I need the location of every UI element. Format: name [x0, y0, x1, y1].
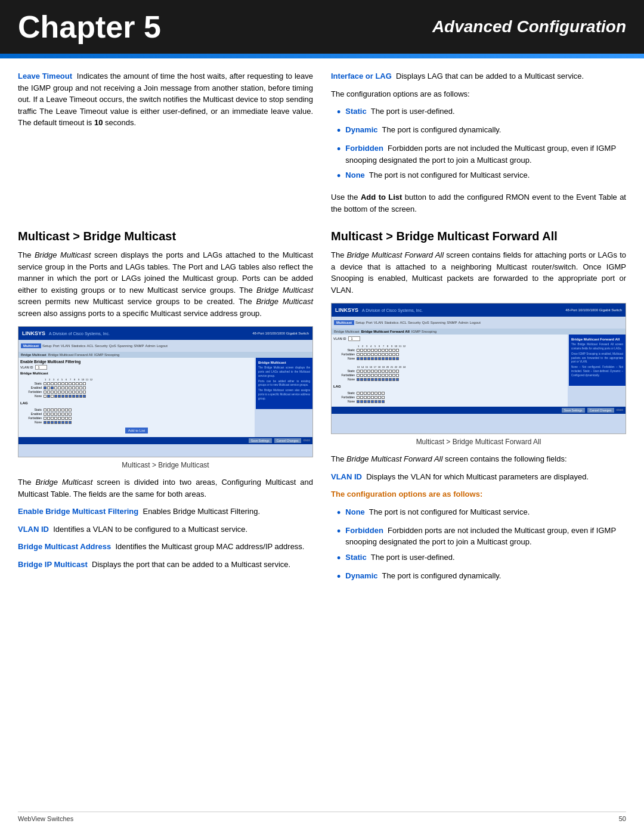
leave-timeout-para: Leave Timeout Indicates the amount of ti…	[18, 70, 313, 129]
igmp-tab: IGMP Snooping	[94, 353, 119, 357]
bullet-icon: •	[337, 104, 340, 120]
lag-forbidden-cbs	[44, 417, 72, 420]
ss2-port-numbers: 1 2 3 4 5 6 7 8 9 10	[335, 345, 564, 348]
bullet-icon2: •	[337, 505, 340, 521]
nav-span: Spanning	[117, 344, 132, 348]
bullet-icon: •	[337, 141, 340, 157]
port-grid: 1 2 3 4 5 6 7 8 9 10	[20, 376, 253, 400]
cisco-logo2: cisco	[617, 408, 623, 413]
ss1-bottom-bar: Save Settings Cancel Changes cisco	[18, 437, 312, 444]
ss2-side-content: Bridge Multicast Forward All The Bridge …	[569, 335, 626, 386]
ss1-header: LINKSYS A Division of Cisco Systems, Inc…	[18, 327, 312, 340]
nav2-qos: QoS	[422, 321, 429, 324]
bridge-multicast-tab: Bridge Multicast	[21, 353, 47, 357]
s2-dynamic-label: Dynamic	[345, 571, 377, 580]
ss2-port-grid-2: 13 14 15 16 17 18 19 20 21	[333, 364, 566, 383]
lag-none-row: None	[22, 420, 251, 424]
nav-setup: Setup	[42, 344, 52, 348]
nav2-port: Port	[366, 321, 373, 324]
config-options-list: • Static The port is user-defined. • Dyn…	[337, 106, 626, 184]
config-options-label: The configuration options are as follows…	[331, 488, 626, 500]
cancel-changes-btn[interactable]: Cancel Changes	[274, 438, 301, 443]
nav2-vlan: VLAN	[374, 321, 383, 324]
s2-dynamic: • Dynamic The port is configured dynamic…	[337, 570, 626, 585]
lag-header: LAG	[20, 401, 253, 405]
bullet-icon4: •	[337, 550, 340, 566]
s2-none-label: None	[345, 507, 365, 516]
interface-lag-label: Interface or LAG	[331, 72, 392, 80]
bridge-multicast-address-label: Bridge Multicast Address	[18, 542, 111, 551]
section2-title: Multicast > Bridge Multicast Forward All	[331, 230, 626, 243]
enable-bridge-field: Enable Bridge Multicast Filtering Enable…	[18, 506, 313, 518]
ss2-none-row: None	[335, 357, 564, 360]
nav2-sec: Security	[408, 321, 421, 324]
ss2-vlan-label: VLAN ID	[333, 337, 346, 340]
lag-forbidden-row: Forbidden	[22, 416, 251, 420]
fwd-side-text2: Once IGMP Snooping is enabled, Multicast…	[571, 352, 623, 364]
side-panel-content: Bridge Multicast The Bridge Multicast sc…	[256, 358, 312, 409]
leave-timeout-label: Leave Timeout	[18, 72, 72, 80]
bridge-multicast-address-field: Bridge Multicast Address Identifies the …	[18, 541, 313, 553]
nav-acl: ACL	[86, 344, 94, 348]
s2-static-label: Static	[345, 553, 366, 562]
none-checkboxes	[44, 395, 86, 398]
section2-para1: The Bridge Multicast Forward All screen …	[331, 249, 626, 296]
bullet-icon: •	[337, 123, 340, 139]
section1-title: Multicast > Bridge Multicast	[18, 230, 313, 243]
forbidden-checkboxes	[44, 391, 86, 394]
port-table-header: Bridge Multicast	[20, 371, 253, 375]
nav-qos: QoS	[109, 344, 116, 348]
device-label2: A Division of Cisco Systems, Inc.	[362, 308, 423, 312]
nav-port: Port	[53, 344, 60, 348]
ss2-lag-grid: Static	[333, 389, 566, 405]
save-settings-btn2[interactable]: Save Settings	[562, 408, 585, 413]
device-model2: 48-Port 10/100/1000 Gigabit Switch	[565, 308, 622, 312]
footer-left: WebView Switches	[18, 815, 73, 822]
option-forbidden: • Forbidden Forbidden ports are not incl…	[337, 143, 626, 166]
ss2-body: VLAN ID 1 1 2 3	[332, 335, 626, 407]
accent-bar	[0, 54, 644, 58]
bridge-ip-label: Bridge IP Multicast	[18, 560, 88, 569]
vlan-id-field2: VLAN ID Displays the VLAN for which Mult…	[331, 471, 626, 483]
nav2-setup: Setup	[355, 321, 365, 324]
ss1-caption: Multicast > Bridge Multicast	[18, 460, 313, 470]
device-label: A Division of Cisco Systems, Inc.	[49, 332, 110, 336]
ss1-body: Enable Bridge Multicast Filtering VLAN I…	[18, 358, 312, 437]
enabled-checkboxes	[44, 386, 86, 389]
lag-static-row: Static	[22, 408, 251, 411]
chapter-label: Chapter 5	[18, 9, 161, 45]
add-to-list-btn[interactable]: Add to List	[125, 428, 148, 433]
ss2-forbidden-row: Forbidden	[335, 352, 564, 356]
multicast-tab: Multicast	[21, 343, 41, 348]
section1-para1: The Bridge Multicast screen displays the…	[18, 249, 313, 319]
cisco-logo: cisco	[304, 438, 310, 443]
save-settings-btn[interactable]: Save Settings	[249, 438, 272, 443]
ss2-caption: Multicast > Bridge Multicast Forward All	[331, 436, 626, 447]
bullet-icon3: •	[337, 524, 340, 540]
nav2-snmp: SNMP	[447, 321, 457, 324]
option-none: • None The port is not configured for Mu…	[337, 169, 626, 184]
nav-vlan: VLAN	[61, 344, 70, 348]
bullet-icon: •	[337, 168, 340, 184]
static-row: Static	[22, 382, 251, 385]
add-to-list-para: Use the Add to List button to add the co…	[331, 191, 626, 215]
main-content: Multicast > Bridge Multicast The Bridge …	[0, 227, 644, 592]
config-options-intro: The configuration options are as follows…	[331, 88, 626, 100]
none-label: None	[345, 171, 365, 179]
dynamic-label: Dynamic	[345, 125, 377, 134]
cancel-changes-btn2[interactable]: Cancel Changes	[587, 408, 614, 413]
fwd-side-text3: None – Not configured. Forbidden – Not i…	[571, 366, 623, 377]
nav-logout: Logout	[157, 344, 168, 348]
vlan-id-field: VLAN ID Identifies a VLAN to be configur…	[18, 524, 313, 535]
port-numbers-row: 1 2 3 4 5 6 7 8 9 10	[22, 378, 251, 381]
fwd-all-tab: Bridge Multicast Forward All	[48, 353, 92, 357]
enabled-row: Enabled	[22, 386, 251, 389]
ss2-header: LINKSYS A Division of Cisco Systems, Inc…	[332, 304, 626, 317]
s2-static: • Static The port is user-defined.	[337, 552, 626, 566]
lag-grid: Static	[20, 406, 253, 426]
bridge-multicast-title: Bridge Multicast	[258, 360, 310, 365]
s2-none: • None The port is not configured for Mu…	[337, 506, 626, 521]
screenshot1: LINKSYS A Division of Cisco Systems, Inc…	[18, 326, 313, 457]
ss1-form: Enable Bridge Multicast Filtering VLAN I…	[18, 358, 255, 437]
ss2-form: VLAN ID 1 1 2 3	[332, 335, 568, 407]
